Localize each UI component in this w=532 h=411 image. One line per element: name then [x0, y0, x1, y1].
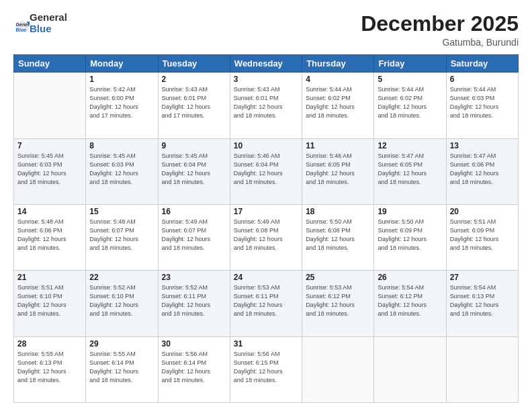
calendar-cell: 1Sunrise: 5:42 AMSunset: 6:00 PMDaylight… [86, 73, 158, 138]
logo-blue-text: Blue [30, 24, 67, 35]
day-number: 5 [378, 75, 442, 84]
day-info: Sunrise: 5:55 AMSunset: 6:13 PMDaylight:… [17, 350, 82, 385]
logo-icon: General Blue [15, 19, 30, 34]
day-number: 12 [378, 141, 442, 150]
day-info: Sunrise: 5:45 AMSunset: 6:04 PMDaylight:… [162, 152, 226, 187]
location-subtitle: Gatumba, Burundi [361, 37, 519, 48]
page: General Blue General Blue December 2025 … [0, 0, 532, 411]
day-info: Sunrise: 5:48 AMSunset: 6:07 PMDaylight:… [89, 218, 154, 253]
calendar-week-row: 1Sunrise: 5:42 AMSunset: 6:00 PMDaylight… [14, 73, 519, 138]
day-info: Sunrise: 5:44 AMSunset: 6:02 PMDaylight:… [306, 85, 370, 120]
day-number: 26 [378, 273, 442, 282]
calendar-cell: 16Sunrise: 5:49 AMSunset: 6:07 PMDayligh… [158, 204, 230, 270]
day-info: Sunrise: 5:47 AMSunset: 6:06 PMDaylight:… [450, 152, 515, 187]
header-wednesday: Wednesday [230, 55, 302, 73]
day-number: 15 [89, 207, 154, 216]
calendar-cell [374, 336, 446, 402]
day-info: Sunrise: 5:51 AMSunset: 6:10 PMDaylight:… [17, 283, 82, 318]
day-info: Sunrise: 5:49 AMSunset: 6:08 PMDaylight:… [234, 218, 298, 253]
day-number: 20 [450, 207, 515, 216]
calendar-cell [302, 336, 374, 402]
day-info: Sunrise: 5:42 AMSunset: 6:00 PMDaylight:… [89, 85, 154, 120]
calendar-cell: 30Sunrise: 5:56 AMSunset: 6:14 PMDayligh… [158, 336, 230, 402]
day-number: 14 [17, 207, 82, 216]
day-number: 31 [234, 339, 298, 349]
day-number: 30 [162, 339, 226, 349]
calendar-table: Sunday Monday Tuesday Wednesday Thursday… [13, 54, 519, 403]
calendar-cell [14, 73, 86, 138]
svg-text:Blue: Blue [16, 28, 26, 32]
day-info: Sunrise: 5:56 AMSunset: 6:15 PMDaylight:… [234, 350, 298, 385]
calendar-cell: 19Sunrise: 5:50 AMSunset: 6:09 PMDayligh… [374, 204, 446, 270]
calendar-cell: 21Sunrise: 5:51 AMSunset: 6:10 PMDayligh… [14, 271, 86, 336]
header-saturday: Saturday [446, 55, 518, 73]
day-info: Sunrise: 5:53 AMSunset: 6:11 PMDaylight:… [234, 283, 298, 318]
calendar-cell: 3Sunrise: 5:43 AMSunset: 6:01 PMDaylight… [230, 73, 302, 138]
header-monday: Monday [86, 55, 158, 73]
day-number: 25 [306, 273, 370, 282]
calendar-cell: 29Sunrise: 5:55 AMSunset: 6:14 PMDayligh… [86, 336, 158, 402]
header-thursday: Thursday [302, 55, 374, 73]
day-number: 11 [306, 141, 370, 150]
day-number: 3 [234, 75, 298, 84]
day-number: 7 [17, 141, 82, 150]
day-info: Sunrise: 5:51 AMSunset: 6:09 PMDaylight:… [450, 218, 515, 253]
calendar-cell: 26Sunrise: 5:54 AMSunset: 6:12 PMDayligh… [374, 271, 446, 336]
day-number: 8 [89, 141, 154, 150]
calendar-cell: 15Sunrise: 5:48 AMSunset: 6:07 PMDayligh… [86, 204, 158, 270]
day-number: 19 [378, 207, 442, 216]
day-number: 1 [89, 75, 154, 84]
day-number: 28 [17, 339, 82, 349]
calendar-cell: 8Sunrise: 5:45 AMSunset: 6:03 PMDaylight… [86, 138, 158, 204]
day-info: Sunrise: 5:53 AMSunset: 6:12 PMDaylight:… [306, 283, 370, 318]
day-info: Sunrise: 5:54 AMSunset: 6:12 PMDaylight:… [378, 283, 442, 318]
calendar-week-row: 28Sunrise: 5:55 AMSunset: 6:13 PMDayligh… [14, 336, 519, 402]
calendar-week-row: 14Sunrise: 5:48 AMSunset: 6:06 PMDayligh… [14, 204, 519, 270]
day-info: Sunrise: 5:47 AMSunset: 6:05 PMDaylight:… [378, 152, 442, 187]
month-title: December 2025 [361, 12, 519, 36]
day-info: Sunrise: 5:45 AMSunset: 6:03 PMDaylight:… [89, 152, 154, 187]
calendar-cell: 12Sunrise: 5:47 AMSunset: 6:05 PMDayligh… [374, 138, 446, 204]
calendar-week-row: 7Sunrise: 5:45 AMSunset: 6:03 PMDaylight… [14, 138, 519, 204]
day-info: Sunrise: 5:54 AMSunset: 6:13 PMDaylight:… [450, 283, 515, 318]
day-number: 23 [162, 273, 226, 282]
day-info: Sunrise: 5:49 AMSunset: 6:07 PMDaylight:… [162, 218, 226, 253]
day-number: 13 [450, 141, 515, 150]
day-number: 22 [89, 273, 154, 282]
title-block: December 2025 Gatumba, Burundi [361, 12, 519, 48]
calendar-cell: 24Sunrise: 5:53 AMSunset: 6:11 PMDayligh… [230, 271, 302, 336]
day-number: 29 [89, 339, 154, 349]
header-sunday: Sunday [14, 55, 86, 73]
calendar-week-row: 21Sunrise: 5:51 AMSunset: 6:10 PMDayligh… [14, 271, 519, 336]
calendar-cell: 28Sunrise: 5:55 AMSunset: 6:13 PMDayligh… [14, 336, 86, 402]
calendar-cell: 2Sunrise: 5:43 AMSunset: 6:01 PMDaylight… [158, 73, 230, 138]
day-info: Sunrise: 5:43 AMSunset: 6:01 PMDaylight:… [234, 85, 298, 120]
day-info: Sunrise: 5:44 AMSunset: 6:03 PMDaylight:… [450, 85, 515, 120]
calendar-cell: 11Sunrise: 5:46 AMSunset: 6:05 PMDayligh… [302, 138, 374, 204]
day-info: Sunrise: 5:52 AMSunset: 6:11 PMDaylight:… [162, 283, 226, 318]
calendar-cell: 17Sunrise: 5:49 AMSunset: 6:08 PMDayligh… [230, 204, 302, 270]
calendar-cell: 20Sunrise: 5:51 AMSunset: 6:09 PMDayligh… [446, 204, 518, 270]
calendar-cell: 10Sunrise: 5:46 AMSunset: 6:04 PMDayligh… [230, 138, 302, 204]
day-info: Sunrise: 5:55 AMSunset: 6:14 PMDaylight:… [89, 350, 154, 385]
day-number: 6 [450, 75, 515, 84]
calendar-cell: 7Sunrise: 5:45 AMSunset: 6:03 PMDaylight… [14, 138, 86, 204]
day-number: 21 [17, 273, 82, 282]
day-number: 18 [306, 207, 370, 216]
day-number: 4 [306, 75, 370, 84]
day-info: Sunrise: 5:50 AMSunset: 6:09 PMDaylight:… [378, 218, 442, 253]
header-tuesday: Tuesday [158, 55, 230, 73]
calendar-cell: 22Sunrise: 5:52 AMSunset: 6:10 PMDayligh… [86, 271, 158, 336]
calendar-cell: 25Sunrise: 5:53 AMSunset: 6:12 PMDayligh… [302, 271, 374, 336]
day-number: 17 [234, 207, 298, 216]
logo: General Blue General Blue [13, 12, 67, 34]
logo-general-text: General [30, 12, 67, 24]
calendar-cell [446, 336, 518, 402]
day-number: 10 [234, 141, 298, 150]
calendar-cell: 6Sunrise: 5:44 AMSunset: 6:03 PMDaylight… [446, 73, 518, 138]
day-info: Sunrise: 5:45 AMSunset: 6:03 PMDaylight:… [17, 152, 82, 187]
header: General Blue General Blue December 2025 … [13, 12, 519, 48]
day-info: Sunrise: 5:48 AMSunset: 6:06 PMDaylight:… [17, 218, 82, 253]
day-info: Sunrise: 5:52 AMSunset: 6:10 PMDaylight:… [89, 283, 154, 318]
day-number: 2 [162, 75, 226, 84]
